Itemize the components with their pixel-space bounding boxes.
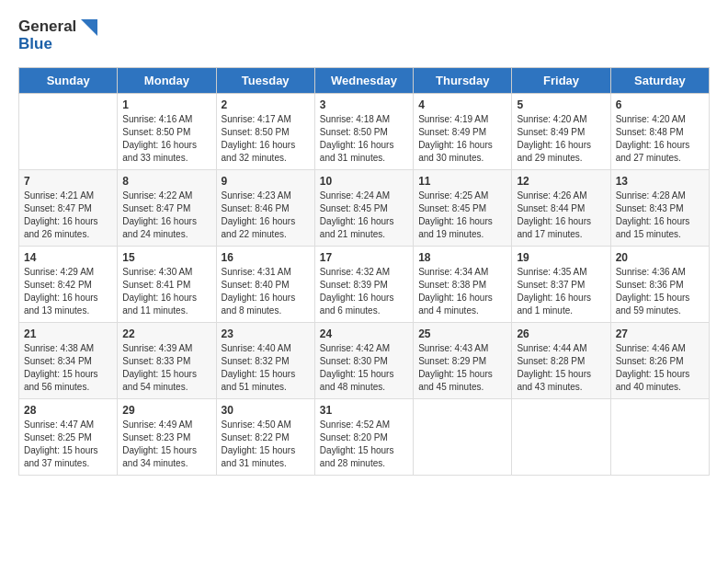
svg-marker-0 bbox=[81, 19, 97, 36]
day-cell: 4Sunrise: 4:19 AM Sunset: 8:49 PM Daylig… bbox=[414, 94, 512, 170]
day-cell: 27Sunrise: 4:46 AM Sunset: 8:26 PM Dayli… bbox=[610, 323, 709, 399]
cell-details: Sunrise: 4:43 AM Sunset: 8:29 PM Dayligh… bbox=[418, 342, 506, 394]
day-number: 14 bbox=[24, 251, 112, 264]
day-number: 12 bbox=[517, 175, 605, 188]
day-number: 10 bbox=[320, 175, 408, 188]
day-cell bbox=[414, 399, 512, 476]
day-number: 21 bbox=[24, 327, 112, 340]
logo-blue: Blue bbox=[18, 36, 97, 53]
cell-details: Sunrise: 4:29 AM Sunset: 8:42 PM Dayligh… bbox=[24, 266, 112, 317]
day-cell: 21Sunrise: 4:38 AM Sunset: 8:34 PM Dayli… bbox=[19, 323, 118, 399]
day-number: 31 bbox=[320, 404, 408, 417]
cell-details: Sunrise: 4:47 AM Sunset: 8:25 PM Dayligh… bbox=[24, 419, 112, 470]
day-header-saturday: Saturday bbox=[610, 68, 709, 94]
cell-details: Sunrise: 4:26 AM Sunset: 8:44 PM Dayligh… bbox=[517, 190, 605, 241]
cell-details: Sunrise: 4:38 AM Sunset: 8:34 PM Dayligh… bbox=[24, 342, 112, 394]
week-row-1: 1Sunrise: 4:16 AM Sunset: 8:50 PM Daylig… bbox=[19, 94, 710, 170]
day-number: 19 bbox=[517, 251, 605, 264]
cell-details: Sunrise: 4:31 AM Sunset: 8:40 PM Dayligh… bbox=[222, 266, 310, 317]
day-number: 18 bbox=[418, 251, 506, 264]
day-cell: 13Sunrise: 4:28 AM Sunset: 8:43 PM Dayli… bbox=[610, 170, 709, 247]
day-cell: 7Sunrise: 4:21 AM Sunset: 8:47 PM Daylig… bbox=[19, 170, 118, 247]
day-cell: 22Sunrise: 4:39 AM Sunset: 8:33 PM Dayli… bbox=[118, 323, 216, 399]
week-row-2: 7Sunrise: 4:21 AM Sunset: 8:47 PM Daylig… bbox=[19, 170, 710, 247]
header-row: SundayMondayTuesdayWednesdayThursdayFrid… bbox=[19, 68, 710, 94]
day-cell: 2Sunrise: 4:17 AM Sunset: 8:50 PM Daylig… bbox=[216, 94, 314, 170]
day-cell: 16Sunrise: 4:31 AM Sunset: 8:40 PM Dayli… bbox=[216, 247, 314, 323]
day-cell: 1Sunrise: 4:16 AM Sunset: 8:50 PM Daylig… bbox=[118, 94, 216, 170]
day-number: 17 bbox=[320, 251, 408, 264]
cell-details: Sunrise: 4:46 AM Sunset: 8:26 PM Dayligh… bbox=[616, 342, 704, 394]
day-cell: 25Sunrise: 4:43 AM Sunset: 8:29 PM Dayli… bbox=[414, 323, 512, 399]
calendar-table: SundayMondayTuesdayWednesdayThursdayFrid… bbox=[18, 67, 710, 476]
logo-triangle-icon bbox=[81, 19, 97, 36]
day-header-tuesday: Tuesday bbox=[216, 68, 314, 94]
cell-details: Sunrise: 4:36 AM Sunset: 8:36 PM Dayligh… bbox=[616, 266, 704, 317]
day-cell: 30Sunrise: 4:50 AM Sunset: 8:22 PM Dayli… bbox=[216, 399, 314, 476]
day-number: 13 bbox=[616, 175, 704, 188]
day-cell: 14Sunrise: 4:29 AM Sunset: 8:42 PM Dayli… bbox=[19, 247, 118, 323]
day-cell: 15Sunrise: 4:30 AM Sunset: 8:41 PM Dayli… bbox=[118, 247, 216, 323]
day-number: 29 bbox=[122, 404, 210, 417]
day-cell bbox=[512, 399, 610, 476]
day-number: 23 bbox=[222, 327, 310, 340]
day-header-sunday: Sunday bbox=[19, 68, 118, 94]
day-number: 20 bbox=[616, 251, 704, 264]
day-number: 27 bbox=[616, 327, 704, 340]
day-cell: 31Sunrise: 4:52 AM Sunset: 8:20 PM Dayli… bbox=[314, 399, 413, 476]
logo: General Blue bbox=[18, 18, 97, 52]
day-cell: 8Sunrise: 4:22 AM Sunset: 8:47 PM Daylig… bbox=[118, 170, 216, 247]
day-cell: 29Sunrise: 4:49 AM Sunset: 8:23 PM Dayli… bbox=[118, 399, 216, 476]
day-header-monday: Monday bbox=[118, 68, 216, 94]
cell-details: Sunrise: 4:50 AM Sunset: 8:22 PM Dayligh… bbox=[222, 419, 310, 470]
logo-general: General bbox=[18, 18, 97, 36]
cell-details: Sunrise: 4:52 AM Sunset: 8:20 PM Dayligh… bbox=[320, 419, 408, 470]
cell-details: Sunrise: 4:42 AM Sunset: 8:30 PM Dayligh… bbox=[320, 342, 408, 394]
day-cell: 5Sunrise: 4:20 AM Sunset: 8:49 PM Daylig… bbox=[512, 94, 610, 170]
page-header: General Blue bbox=[18, 18, 710, 52]
day-number: 11 bbox=[418, 175, 506, 188]
day-number: 15 bbox=[122, 251, 210, 264]
cell-details: Sunrise: 4:49 AM Sunset: 8:23 PM Dayligh… bbox=[122, 419, 210, 470]
cell-details: Sunrise: 4:32 AM Sunset: 8:39 PM Dayligh… bbox=[320, 266, 408, 317]
cell-details: Sunrise: 4:30 AM Sunset: 8:41 PM Dayligh… bbox=[122, 266, 210, 317]
day-cell: 19Sunrise: 4:35 AM Sunset: 8:37 PM Dayli… bbox=[512, 247, 610, 323]
cell-details: Sunrise: 4:39 AM Sunset: 8:33 PM Dayligh… bbox=[122, 342, 210, 394]
cell-details: Sunrise: 4:40 AM Sunset: 8:32 PM Dayligh… bbox=[222, 342, 310, 394]
cell-details: Sunrise: 4:17 AM Sunset: 8:50 PM Dayligh… bbox=[222, 113, 310, 165]
cell-details: Sunrise: 4:24 AM Sunset: 8:45 PM Dayligh… bbox=[320, 190, 408, 241]
day-cell: 20Sunrise: 4:36 AM Sunset: 8:36 PM Dayli… bbox=[610, 247, 709, 323]
day-cell: 6Sunrise: 4:20 AM Sunset: 8:48 PM Daylig… bbox=[610, 94, 709, 170]
cell-details: Sunrise: 4:28 AM Sunset: 8:43 PM Dayligh… bbox=[616, 190, 704, 241]
day-cell: 11Sunrise: 4:25 AM Sunset: 8:45 PM Dayli… bbox=[414, 170, 512, 247]
cell-details: Sunrise: 4:20 AM Sunset: 8:48 PM Dayligh… bbox=[616, 113, 704, 165]
day-number: 26 bbox=[517, 327, 605, 340]
cell-details: Sunrise: 4:44 AM Sunset: 8:28 PM Dayligh… bbox=[517, 342, 605, 394]
cell-details: Sunrise: 4:35 AM Sunset: 8:37 PM Dayligh… bbox=[517, 266, 605, 317]
day-cell bbox=[19, 94, 118, 170]
week-row-4: 21Sunrise: 4:38 AM Sunset: 8:34 PM Dayli… bbox=[19, 323, 710, 399]
day-header-wednesday: Wednesday bbox=[314, 68, 413, 94]
day-number: 2 bbox=[222, 98, 310, 111]
day-number: 4 bbox=[418, 98, 506, 111]
day-header-thursday: Thursday bbox=[414, 68, 512, 94]
cell-details: Sunrise: 4:20 AM Sunset: 8:49 PM Dayligh… bbox=[517, 113, 605, 165]
day-number: 3 bbox=[320, 98, 408, 111]
day-cell bbox=[610, 399, 709, 476]
day-cell: 28Sunrise: 4:47 AM Sunset: 8:25 PM Dayli… bbox=[19, 399, 118, 476]
day-cell: 24Sunrise: 4:42 AM Sunset: 8:30 PM Dayli… bbox=[314, 323, 413, 399]
day-number: 9 bbox=[222, 175, 310, 188]
cell-details: Sunrise: 4:19 AM Sunset: 8:49 PM Dayligh… bbox=[418, 113, 506, 165]
day-number: 28 bbox=[24, 404, 112, 417]
day-number: 6 bbox=[616, 98, 704, 111]
cell-details: Sunrise: 4:18 AM Sunset: 8:50 PM Dayligh… bbox=[320, 113, 408, 165]
day-cell: 9Sunrise: 4:23 AM Sunset: 8:46 PM Daylig… bbox=[216, 170, 314, 247]
day-number: 7 bbox=[24, 175, 112, 188]
day-number: 25 bbox=[418, 327, 506, 340]
day-cell: 26Sunrise: 4:44 AM Sunset: 8:28 PM Dayli… bbox=[512, 323, 610, 399]
logo-container: General Blue bbox=[18, 18, 97, 52]
day-number: 5 bbox=[517, 98, 605, 111]
day-cell: 3Sunrise: 4:18 AM Sunset: 8:50 PM Daylig… bbox=[314, 94, 413, 170]
cell-details: Sunrise: 4:25 AM Sunset: 8:45 PM Dayligh… bbox=[418, 190, 506, 241]
cell-details: Sunrise: 4:16 AM Sunset: 8:50 PM Dayligh… bbox=[122, 113, 210, 165]
